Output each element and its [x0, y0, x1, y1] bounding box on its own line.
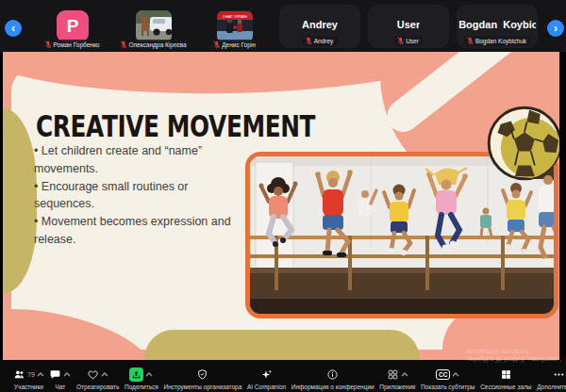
mic-muted-icon [213, 41, 220, 49]
toolbar-item-captions[interactable]: CC Показать субтитры [419, 360, 477, 392]
decor-blob [144, 330, 420, 360]
participants-strip: ‹ P Роман Горбенко [0, 0, 566, 52]
toolbar-item-share-screen[interactable]: Поделиться [123, 360, 160, 392]
shield-icon [196, 368, 208, 381]
participant-name-tag: Роман Горбенко [42, 40, 104, 51]
cc-icon: CC [436, 369, 450, 380]
bullet-item: • Let children create and “name” movemen… [34, 142, 243, 178]
toolbar-item-breakout-rooms[interactable]: Сессионные залы [478, 360, 533, 392]
slide-bullets: • Let children create and “name” movemen… [34, 142, 243, 249]
video-thumbnail-sports: ОНАТ УКРАЇН [217, 10, 253, 42]
participants-count: 79 [27, 371, 35, 378]
participant-tile[interactable]: P Роман Горбенко [32, 0, 113, 52]
bullet-item: • Encourage small routines or sequences. [34, 178, 243, 214]
heart-icon [87, 368, 99, 381]
toolbar-item-react[interactable]: Отреагировать [75, 360, 121, 392]
participant-tile[interactable]: Bogdan Koybic... Bogdan Koybichuk [457, 5, 538, 48]
grid-icon [500, 368, 512, 381]
scroll-left-button[interactable]: ‹ [5, 20, 22, 37]
toolbar-item-apps[interactable]: Приложения [377, 360, 417, 392]
slide-title: CREATIVE MOVEMENT [36, 108, 315, 143]
participant-display-name: Bogdan Koybic... [458, 19, 536, 30]
info-icon [326, 368, 339, 381]
participant-display-name: User [397, 19, 420, 30]
participant-name-tag: Andrey [303, 36, 338, 47]
video-thumbnail-dog [136, 10, 172, 42]
participant-name-tag: Bogdan Koybichuk [464, 36, 530, 47]
chevron-up-icon[interactable] [145, 372, 153, 377]
mic-muted-icon [45, 41, 52, 49]
participant-tile[interactable]: Andrey Andrey [279, 5, 360, 48]
share-screen-icon [129, 368, 143, 382]
chevron-up-icon[interactable] [452, 372, 459, 377]
participant-name-tag: Олександра Кірєєва [117, 40, 190, 51]
toolbar-item-meeting-info[interactable]: Информация о конференции [290, 360, 376, 392]
scroll-right-button[interactable]: › [547, 20, 564, 37]
participant-tile[interactable]: User User [368, 5, 449, 48]
participant-display-name: Andrey [302, 19, 338, 30]
avatar: P [57, 10, 89, 42]
sparkle-icon [260, 368, 273, 381]
chevron-up-icon[interactable] [37, 372, 44, 377]
soccer-ball-illustration [485, 104, 559, 183]
apps-icon [387, 368, 399, 381]
toolbar-item-more[interactable]: Дополнительно [535, 360, 566, 392]
participant-name-tag: Денис Горін [210, 40, 259, 51]
participants-icon [13, 368, 25, 381]
chevron-up-icon[interactable] [63, 372, 71, 377]
participant-tiles: P Роман Горбенко [32, 0, 541, 52]
bullet-item: • Movement becomes expression and releas… [34, 213, 243, 249]
more-icon [553, 368, 565, 381]
meeting-toolbar: 79 Участники Чат [0, 360, 566, 392]
mic-muted-icon [467, 37, 474, 45]
toolbar-item-host-tools[interactable]: Инструменты организатора [161, 360, 243, 392]
toolbar-item-chat[interactable]: Чат [47, 360, 73, 392]
chevron-up-icon[interactable] [101, 372, 108, 377]
mic-muted-icon [306, 37, 312, 45]
participant-tile[interactable]: ОНАТ УКРАЇН Денис Горін [194, 0, 275, 52]
svg-text:ОНАТ УКРАЇН: ОНАТ УКРАЇН [223, 14, 247, 19]
chat-icon [49, 368, 61, 381]
toolbar-item-ai-companion[interactable]: AI Companion [245, 360, 288, 392]
chevron-up-icon[interactable] [401, 372, 408, 377]
mic-muted-icon [120, 41, 126, 49]
participant-name-tag: User [394, 36, 423, 47]
mic-muted-icon [397, 37, 404, 45]
participant-tile[interactable]: Олександра Кірєєва [113, 0, 194, 52]
toolbar-item-participants[interactable]: 79 Участники [11, 360, 46, 392]
shared-screen-slide: CREATIVE MOVEMENT • Let children create … [3, 52, 559, 360]
